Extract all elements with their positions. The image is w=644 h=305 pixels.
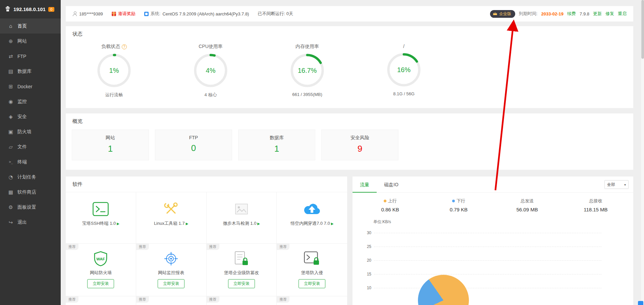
float-button[interactable] <box>638 301 643 305</box>
y-tick: 10 <box>361 286 371 290</box>
topbar: 185****9389 邀请奖励 系统:CentOS 7.9.2009 (Alt… <box>66 6 633 21</box>
image-placeholder-icon <box>235 201 248 217</box>
sidebar-item-label: 安全 <box>17 114 27 120</box>
sidebar-item-label: 文件 <box>17 144 27 150</box>
overview-database[interactable]: 数据库 1 <box>238 130 315 160</box>
sidebar-item-label: 退出 <box>17 219 27 225</box>
sidebar-item-label: FTP <box>17 54 26 59</box>
renew-link[interactable]: 续费 <box>567 11 576 17</box>
y-tick: 15 <box>361 272 371 276</box>
system-label: 系统: <box>151 11 161 17</box>
sidebar-item-firewall[interactable]: ▣防火墙 <box>0 124 61 139</box>
username: 185****9389 <box>79 11 103 16</box>
scrollbar-thumb[interactable] <box>641 0 644 59</box>
update-link[interactable]: 更新 <box>593 11 602 17</box>
sidebar-item-monitor[interactable]: ◉监控 <box>0 94 61 109</box>
gauge-label: 负载状态 <box>101 44 120 50</box>
total-received-value: 118.15 MB <box>584 207 607 212</box>
app-trojan-scan[interactable]: 微步木马检测 1.0▶ <box>207 192 277 244</box>
software-cell-partial[interactable]: 推荐 <box>277 296 347 305</box>
cron-icon: ◔ <box>8 174 14 180</box>
traffic-stats: 上行 0.86 KB 下行 0.79 KB 总发送 56.09 MB 总接收 1… <box>353 193 633 214</box>
sidebar-item-database[interactable]: ▤数据库 <box>0 64 61 79</box>
tab-disk-io[interactable]: 磁盘IO <box>377 176 406 193</box>
monitor-report-icon <box>164 251 178 266</box>
crown-icon <box>493 12 497 16</box>
tab-traffic[interactable]: 流量 <box>353 176 377 193</box>
invite-reward-link[interactable]: 邀请奖励 <box>112 11 136 17</box>
sidebar-item-files[interactable]: ▱文件 <box>0 139 61 154</box>
install-button[interactable]: 立即安装 <box>158 279 184 288</box>
sidebar-item-label: 软件商店 <box>17 189 36 195</box>
sidebar-item-terminal[interactable]: >_终端 <box>0 154 61 169</box>
install-button[interactable]: 立即安装 <box>87 279 114 288</box>
overview-title: 概览 <box>66 113 633 129</box>
docker-icon: ⊞ <box>8 84 14 90</box>
install-button[interactable]: 立即安装 <box>228 279 255 288</box>
sidebar-item-cron[interactable]: ◔计划任务 <box>0 169 61 185</box>
scrollbar[interactable] <box>641 0 644 305</box>
restart-link[interactable]: 重启 <box>618 11 627 17</box>
tamper-proof-icon <box>234 251 249 266</box>
app-linux-toolbox[interactable]: Linux工具箱 1.7▶ <box>136 192 207 244</box>
software-cell-partial[interactable]: 推荐 <box>207 296 277 305</box>
server-host[interactable]: 192.168.0.101 0 <box>0 0 61 18</box>
play-icon: ▶ <box>331 222 334 225</box>
sidebar-item-settings[interactable]: ⚙面板设置 <box>0 200 61 215</box>
terminal-icon: >_ <box>8 160 14 164</box>
cloud-upload-icon <box>303 201 321 217</box>
current-user[interactable]: 185****9389 <box>72 11 103 16</box>
overview-ftp[interactable]: FTP 0 <box>155 130 232 160</box>
traffic-tabbar: 流量 磁盘IO 全部 ▾ <box>353 176 633 193</box>
gauge-disk-root: / 16% 8.1G / 56G <box>356 44 452 98</box>
system-value: CentOS 7.9.2009 (AltArch) aarch64(Py3.7.… <box>162 11 249 16</box>
ftp-count[interactable]: 0 <box>191 143 196 153</box>
ssh-terminal-icon <box>93 201 109 217</box>
sidebar-item-docker[interactable]: ⊞Docker <box>0 79 61 94</box>
sidebar-nav: ⌂首页 ⊕网站 ⇄FTP ▤数据库 ⊞Docker ◉监控 ◈安全 ▣防火墙 ▱… <box>0 18 61 230</box>
recommended-tamper-proof[interactable]: 推荐 堡塔企业级防篡改 立即安装 <box>207 244 277 296</box>
install-button[interactable]: 立即安装 <box>299 279 325 288</box>
sidebar-item-ftp[interactable]: ⇄FTP <box>0 49 61 64</box>
server-ip: 192.168.0.101 <box>13 6 46 12</box>
sidebar-item-security[interactable]: ◈安全 <box>0 109 61 124</box>
sidebar-item-label: 数据库 <box>17 68 32 74</box>
y-tick: 20 <box>361 258 371 263</box>
overview-website[interactable]: 网站 1 <box>72 130 149 160</box>
recommended-waf[interactable]: 推荐 WAF 网站防火墙 立即安装 <box>66 244 136 296</box>
upstream-dot-icon <box>384 200 386 202</box>
website-count[interactable]: 1 <box>108 144 113 154</box>
overview-security-risk[interactable]: 安全风险 9 <box>321 130 398 160</box>
app-ssh-terminal[interactable]: 宝塔SSH终端 1.0▶ <box>66 192 136 244</box>
sidebar-item-label: 首页 <box>17 23 27 29</box>
security-icon: ◈ <box>8 114 14 120</box>
sidebar-item-home[interactable]: ⌂首页 <box>0 18 61 34</box>
sidebar-item-appstore[interactable]: ▦软件商店 <box>0 185 61 200</box>
traffic-section: 流量 磁盘IO 全部 ▾ 上行 0.86 KB 下行 0.79 KB 总发送 <box>353 176 633 305</box>
recommend-tag: 推荐 <box>66 296 78 303</box>
recommended-monitor-report[interactable]: 推荐 网站监控报表 立即安装 <box>136 244 207 296</box>
repair-link[interactable]: 修复 <box>605 11 614 17</box>
app-tunnel[interactable]: 悟空内网穿透7.0 7.0▶ <box>277 192 347 244</box>
security-risk-count[interactable]: 9 <box>358 144 362 154</box>
recommended-anti-intrusion[interactable]: 推荐 堡塔防入侵 立即安装 <box>277 244 347 296</box>
software-cell-partial[interactable]: 推荐 <box>136 296 207 305</box>
files-icon: ▱ <box>8 144 14 150</box>
help-icon[interactable]: ? <box>122 44 127 49</box>
sidebar-item-label: Docker <box>17 84 32 89</box>
status-title: 状态 <box>66 26 633 42</box>
message-count-badge[interactable]: 0 <box>48 7 54 12</box>
database-count[interactable]: 1 <box>274 144 279 154</box>
database-icon: ▤ <box>8 68 14 74</box>
appstore-icon: ▦ <box>8 189 14 195</box>
sidebar-item-logout[interactable]: ↪退出 <box>0 215 61 230</box>
sidebar: 192.168.0.101 0 ⌂首页 ⊕网站 ⇄FTP ▤数据库 ⊞Docke… <box>0 0 61 305</box>
software-cell-partial[interactable]: 推荐 <box>66 296 136 305</box>
sidebar-item-website[interactable]: ⊕网站 <box>0 34 61 49</box>
recommend-tag: 推荐 <box>207 296 219 303</box>
uptime: 已不间断运行: 0天 <box>258 11 293 17</box>
edition-badge[interactable]: 企业版 <box>490 10 515 18</box>
traffic-filter-select[interactable]: 全部 ▾ <box>604 180 629 189</box>
recommend-tag: 推荐 <box>277 296 289 303</box>
gauge-label: 内存使用率 <box>296 44 319 50</box>
